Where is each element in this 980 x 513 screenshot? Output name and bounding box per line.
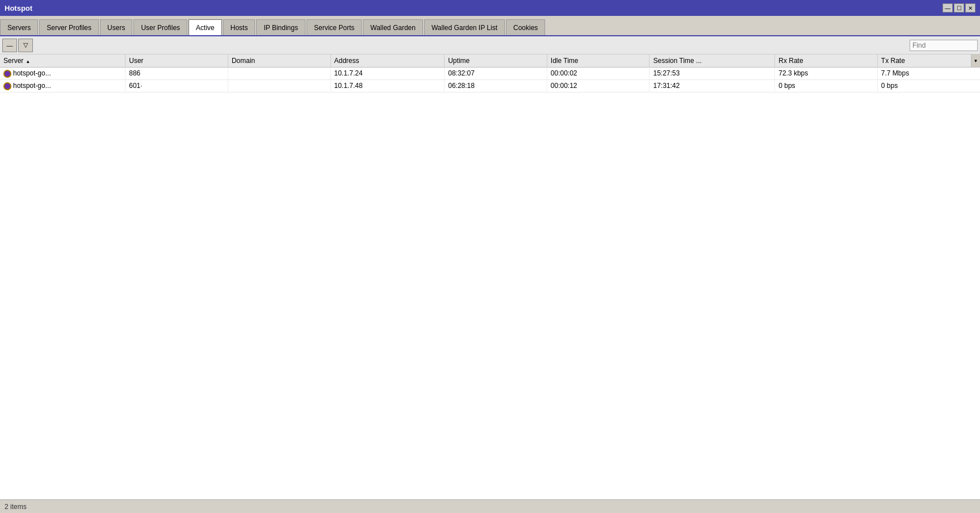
- tab-ip-bindings[interactable]: IP Bindings: [256, 19, 305, 35]
- maximize-button[interactable]: ☐: [954, 3, 964, 12]
- tab-servers[interactable]: Servers: [0, 19, 38, 35]
- column-header-rx-rate[interactable]: Rx Rate: [775, 54, 878, 68]
- cell-session-time: 17:31:42: [650, 79, 775, 92]
- cell-idle-time: 00:00:12: [547, 79, 650, 92]
- minus-button[interactable]: —: [2, 39, 17, 52]
- table-area: Server▲UserDomainAddressUptimeIdle TimeS…: [0, 54, 980, 499]
- active-sessions-table: Server▲UserDomainAddressUptimeIdle TimeS…: [0, 54, 980, 92]
- tab-users[interactable]: Users: [100, 19, 132, 35]
- cell-session-time: 15:27:53: [650, 68, 775, 80]
- tab-cookies[interactable]: Cookies: [506, 19, 545, 35]
- item-count: 2 items: [5, 503, 27, 511]
- cell-address: 10.1.7.48: [330, 79, 445, 92]
- close-button[interactable]: ✕: [965, 3, 975, 12]
- column-dropdown-icon[interactable]: ▼: [971, 54, 980, 67]
- tab-hosts[interactable]: Hosts: [223, 19, 256, 35]
- cell-tx-rate: 0 bps: [877, 79, 980, 92]
- cell-rx-rate: 0 bps: [775, 79, 878, 92]
- minus-icon: —: [7, 42, 13, 49]
- column-header-tx-rate[interactable]: Tx Rate▼: [877, 54, 980, 68]
- column-header-address[interactable]: Address: [330, 54, 445, 68]
- cell-server: hotspot-go...: [0, 79, 125, 92]
- title-bar: Hotspot — ☐ ✕: [0, 0, 980, 16]
- cell-user: 886: [125, 68, 228, 80]
- row-status-icon: [3, 70, 11, 78]
- cell-idle-time: 00:00:02: [547, 68, 650, 80]
- cell-tx-rate: 7.7 Mbps: [877, 68, 980, 80]
- cell-rx-rate: 72.3 kbps: [775, 68, 878, 80]
- sort-indicator-server: ▲: [26, 59, 30, 64]
- cell-domain: [228, 79, 330, 92]
- row-status-icon: [3, 82, 11, 90]
- table-row[interactable]: hotspot-go...601·10.1.7.4806:28:1800:00:…: [0, 79, 980, 92]
- tab-server-profiles[interactable]: Server Profiles: [39, 19, 99, 35]
- tab-walled-garden-ip-list[interactable]: Walled Garden IP List: [424, 19, 505, 35]
- status-bar: 2 items: [0, 499, 980, 513]
- tab-walled-garden[interactable]: Walled Garden: [363, 19, 423, 35]
- minimize-button[interactable]: —: [943, 3, 953, 12]
- column-header-session-time[interactable]: Session Time ...: [650, 54, 775, 68]
- cell-domain: [228, 68, 330, 80]
- tab-bar: ServersServer ProfilesUsersUser Profiles…: [0, 16, 980, 36]
- column-header-idle-time[interactable]: Idle Time: [547, 54, 650, 68]
- filter-icon: ▽: [23, 41, 28, 49]
- app-title: Hotspot: [5, 4, 32, 12]
- cell-user: 601·: [125, 79, 228, 92]
- main-content: Server▲UserDomainAddressUptimeIdle TimeS…: [0, 54, 980, 499]
- column-header-uptime[interactable]: Uptime: [445, 54, 547, 68]
- cell-uptime: 08:32:07: [445, 68, 547, 80]
- tab-active[interactable]: Active: [189, 19, 222, 35]
- find-input[interactable]: [910, 40, 978, 51]
- column-header-server[interactable]: Server▲: [0, 54, 125, 68]
- column-header-domain[interactable]: Domain: [228, 54, 330, 68]
- find-area: [910, 40, 978, 51]
- filter-button[interactable]: ▽: [18, 39, 33, 52]
- tab-service-ports[interactable]: Service Ports: [307, 19, 362, 35]
- table-row[interactable]: hotspot-go...88610.1.7.2408:32:0700:00:0…: [0, 68, 980, 80]
- column-header-user[interactable]: User: [125, 54, 228, 68]
- tab-user-profiles[interactable]: User Profiles: [133, 19, 187, 35]
- cell-uptime: 06:28:18: [445, 79, 547, 92]
- window-controls: — ☐ ✕: [943, 3, 975, 12]
- toolbar: — ▽: [0, 36, 980, 54]
- cell-address: 10.1.7.24: [330, 68, 445, 80]
- cell-server: hotspot-go...: [0, 68, 125, 80]
